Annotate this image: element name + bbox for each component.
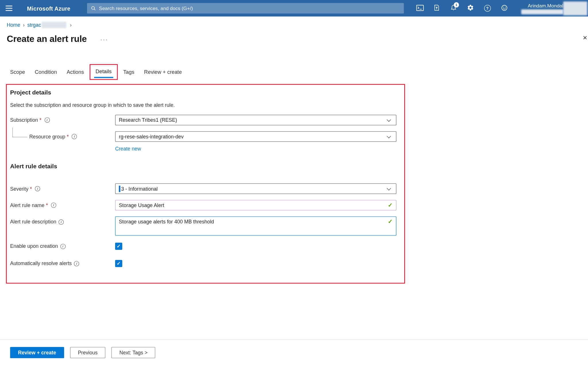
wizard-footer: Review + create Previous Next: Tags > bbox=[0, 339, 588, 365]
label-text: Resource group bbox=[29, 134, 65, 140]
directories-filter-icon bbox=[434, 5, 440, 12]
notification-count-badge: 1 bbox=[454, 2, 459, 7]
tab-review-create[interactable]: Review + create bbox=[139, 69, 187, 75]
breadcrumb-resource-link[interactable]: strgac bbox=[27, 22, 41, 28]
alert-rule-details-heading: Alert rule details bbox=[10, 163, 396, 170]
label-text: Enable upon creation bbox=[10, 244, 58, 249]
create-new-link[interactable]: Create new bbox=[115, 146, 141, 152]
avatar-redacted[interactable] bbox=[563, 1, 587, 15]
required-asterisk: * bbox=[30, 186, 32, 192]
feedback-smiley-icon bbox=[501, 4, 508, 12]
page-title: Create an alert rule bbox=[7, 34, 87, 45]
cloud-shell-icon bbox=[416, 5, 423, 12]
enable-upon-creation-label: Enable upon creation i bbox=[10, 244, 115, 249]
alert-rule-name-input[interactable] bbox=[115, 200, 396, 210]
severity-label: Severity * i bbox=[10, 186, 115, 192]
info-icon[interactable]: i bbox=[72, 134, 77, 139]
severity-dropdown[interactable]: 3 - Informational bbox=[115, 184, 396, 194]
portal-menu-button[interactable] bbox=[0, 0, 18, 16]
tree-connector-line bbox=[12, 127, 27, 137]
info-glyph: i bbox=[53, 203, 54, 207]
checkbox-check-icon: ✓ bbox=[117, 261, 121, 266]
alert-rule-name-field: ✓ bbox=[115, 200, 396, 210]
directories-filter-button[interactable] bbox=[428, 0, 445, 16]
info-icon[interactable]: i bbox=[60, 244, 65, 249]
previous-button[interactable]: Previous bbox=[70, 347, 105, 358]
close-icon[interactable]: × bbox=[583, 34, 587, 41]
microsoft-azure-logo[interactable]: Microsoft Azure bbox=[27, 0, 70, 16]
page-header: Create an alert rule ··· × bbox=[7, 33, 588, 45]
red-annotation-box-details-tab: Details bbox=[90, 64, 118, 80]
checkbox-check-icon: ✓ bbox=[117, 244, 121, 249]
project-details-description: Select the subscription and resource gro… bbox=[10, 103, 396, 108]
valid-check-icon: ✓ bbox=[388, 202, 392, 209]
enable-upon-creation-row: Enable upon creation i ✓ bbox=[10, 243, 396, 250]
resource-group-label: Resource group * i bbox=[10, 134, 115, 140]
info-icon[interactable]: i bbox=[59, 219, 64, 224]
tab-scope[interactable]: Scope bbox=[5, 69, 30, 75]
red-annotation-box-form: Project details Select the subscription … bbox=[6, 84, 405, 284]
subscription-value: Research Tribes1 (RESE) bbox=[119, 117, 177, 123]
label-text: Severity bbox=[10, 186, 28, 192]
subscription-dropdown[interactable]: Research Tribes1 (RESE) bbox=[115, 115, 396, 125]
info-glyph: i bbox=[62, 244, 63, 248]
label-text: Subscription bbox=[10, 117, 38, 123]
enable-upon-creation-checkbox[interactable]: ✓ bbox=[115, 243, 122, 250]
search-icon bbox=[91, 6, 96, 11]
help-button[interactable]: ? bbox=[479, 0, 496, 16]
alert-rule-description-row: Alert rule description i Storage usage a… bbox=[10, 217, 396, 236]
tab-condition[interactable]: Condition bbox=[30, 69, 62, 75]
chevron-down-icon bbox=[387, 186, 391, 190]
gear-icon bbox=[467, 4, 474, 12]
tab-tags[interactable]: Tags bbox=[118, 69, 139, 75]
create-new-row: Create new bbox=[115, 145, 396, 152]
info-icon[interactable]: i bbox=[45, 117, 50, 123]
settings-button[interactable] bbox=[462, 0, 479, 16]
label-text: Automatically resolve alerts bbox=[10, 261, 72, 266]
resource-group-row: Resource group * i rg-rese-sales-integra… bbox=[10, 131, 396, 142]
notifications-button[interactable]: 1 bbox=[445, 0, 462, 16]
alert-rule-description-textarea[interactable]: Storage usage alerts for 400 MB threshol… bbox=[115, 217, 396, 236]
cloud-shell-button[interactable] bbox=[411, 0, 428, 16]
tab-actions[interactable]: Actions bbox=[62, 69, 89, 75]
text-cursor bbox=[119, 186, 120, 192]
redacted-user-email bbox=[521, 9, 563, 14]
global-search-input[interactable] bbox=[99, 3, 404, 13]
required-asterisk: * bbox=[40, 117, 42, 123]
review-create-button[interactable]: Review + create bbox=[10, 347, 64, 358]
chevron-down-icon bbox=[387, 134, 391, 138]
auto-resolve-alerts-checkbox[interactable]: ✓ bbox=[115, 260, 122, 267]
global-search-box[interactable] bbox=[87, 3, 404, 13]
info-glyph: i bbox=[61, 220, 61, 224]
hamburger-icon bbox=[6, 6, 13, 7]
feedback-button[interactable] bbox=[496, 0, 513, 16]
label-text: Alert rule name bbox=[10, 202, 45, 208]
subscription-label: Subscription * i bbox=[10, 117, 115, 123]
alert-rule-description-field: Storage usage alerts for 400 MB threshol… bbox=[115, 217, 396, 236]
alert-rule-description-label: Alert rule description i bbox=[10, 217, 115, 225]
chevron-down-icon bbox=[387, 117, 391, 122]
required-asterisk: * bbox=[67, 134, 69, 140]
tab-details[interactable]: Details bbox=[94, 68, 113, 78]
breadcrumb-home-link[interactable]: Home bbox=[7, 22, 20, 28]
info-glyph: i bbox=[76, 262, 77, 265]
resource-group-dropdown[interactable]: rg-rese-sales-integration-dev bbox=[115, 131, 396, 142]
info-icon[interactable]: i bbox=[51, 202, 56, 208]
alert-rule-name-row: Alert rule name * i ✓ bbox=[10, 200, 396, 210]
breadcrumb: Home › strgac › bbox=[7, 21, 588, 28]
info-glyph: i bbox=[37, 187, 38, 190]
next-tags-button[interactable]: Next: Tags > bbox=[111, 347, 155, 358]
top-bar-actions: 1 ? bbox=[411, 0, 513, 16]
user-name[interactable]: Arindam.Mondal bbox=[517, 3, 563, 9]
azure-portal-page: Microsoft Azure 1 bbox=[0, 0, 588, 365]
more-options-ellipsis-icon[interactable]: ··· bbox=[100, 36, 108, 42]
severity-value: 3 - Informational bbox=[121, 186, 158, 192]
required-asterisk: * bbox=[46, 202, 48, 208]
azure-top-bar: Microsoft Azure 1 bbox=[0, 0, 588, 16]
resource-group-value: rg-rese-sales-integration-dev bbox=[119, 134, 183, 140]
info-icon[interactable]: i bbox=[74, 261, 79, 266]
screenshot-viewport: Microsoft Azure 1 bbox=[0, 0, 588, 365]
info-icon[interactable]: i bbox=[35, 186, 40, 191]
breadcrumb-separator: › bbox=[70, 22, 72, 28]
project-details-heading: Project details bbox=[10, 89, 396, 96]
